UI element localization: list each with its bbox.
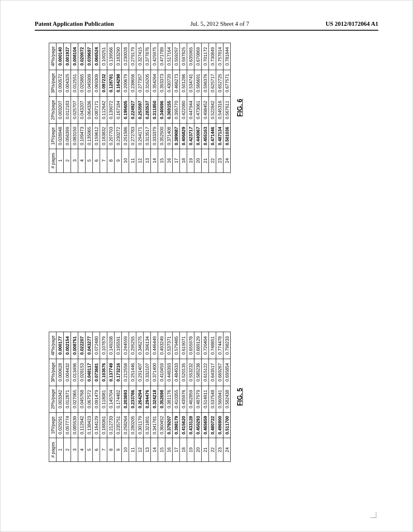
table-cell: 0.045009	[86, 70, 93, 97]
table-cell: 2	[64, 438, 71, 462]
table-row: 70.1883610.1180810.1036760.107879	[100, 332, 107, 462]
table-cell: 3	[71, 149, 78, 172]
table-cell: 0.043207	[78, 97, 86, 124]
table-cell: 0.393373	[158, 70, 165, 97]
table-cell: 0.064336	[86, 97, 93, 124]
table-cell: 0.748851	[209, 332, 216, 359]
table-cell: 14	[151, 149, 158, 172]
table-cell: 0.655978	[187, 332, 194, 359]
table-cell: 0.164129	[93, 413, 100, 438]
table-row: 220.4714460.5228420.6257170.730849	[209, 43, 216, 173]
table-cell: 0.757814	[216, 43, 223, 70]
table-row: 10.0292910.0033420.0006280.000177	[56, 332, 64, 462]
table-cell: 0.003342	[56, 386, 64, 413]
table-cell: 0.537371	[165, 332, 173, 359]
table-cell: 0.520135	[180, 359, 187, 386]
table-cell: 0.455163	[202, 123, 209, 149]
table-cell: 0.149208	[107, 332, 115, 359]
table-cell: 0.004432	[64, 359, 71, 386]
table-cell: 0.118081	[100, 386, 107, 413]
table-cell: 0.615122	[202, 359, 209, 386]
table-cell: 0.039697	[86, 43, 93, 70]
table-cell: 0.410459	[158, 359, 165, 386]
table-cell: 0.043277	[86, 332, 93, 359]
table-cell: 0.091479	[93, 386, 100, 413]
table-cell: 19	[187, 438, 194, 462]
table-cell: 9	[115, 438, 122, 462]
data-table: # pages1PI/page2PIs/page3PIs/page4PIs/pa…	[49, 43, 231, 173]
table-cell: 0.244559	[122, 332, 129, 359]
table-cell: 20	[194, 149, 202, 172]
table-cell: 0.188361	[100, 413, 107, 438]
table-cell: 0.164298	[115, 70, 122, 97]
table-cell: 0.025865	[78, 70, 86, 97]
table-cell: 0.012871	[64, 386, 71, 413]
table-cell: 0.381176	[165, 386, 173, 413]
table-cell: 0.138423	[86, 413, 93, 438]
table-cell: 8	[107, 438, 115, 462]
table-cell: 22	[209, 438, 216, 462]
table-row: 20.0577740.0128710.0044320.002154	[64, 332, 71, 462]
table-cell: 0.045768	[78, 386, 86, 413]
table-cell: 0.251586	[122, 123, 129, 149]
table-cell: 0.311850	[151, 97, 158, 124]
table-cell: 5	[86, 149, 93, 172]
table-cell: 0.128781	[107, 70, 115, 97]
table-header: 4PIs/page	[49, 332, 56, 359]
table-cell: 0.264294	[136, 386, 144, 413]
table-cell: 0.566691	[194, 70, 202, 97]
table-cell: 0.109473	[78, 123, 86, 149]
table-cell: 23	[216, 149, 223, 172]
table-cell: 0.087171	[93, 97, 100, 124]
table-cell: 0.635965	[187, 43, 194, 70]
table-cell: 0.073681	[93, 359, 100, 386]
table-row: 160.3714080.3691550.4307200.517164	[165, 43, 173, 173]
table-cell: 0.643517	[209, 359, 216, 386]
table-cell: 0.522842	[209, 97, 216, 124]
table-cell: 0.057774	[64, 413, 71, 438]
table-cell: 14	[151, 438, 158, 462]
table-cell: 1	[56, 149, 64, 172]
table-cell: 0.422080	[180, 97, 187, 124]
table-cell: 0.498452	[202, 97, 209, 124]
table-cell: 0.537548	[209, 386, 216, 413]
table-cell: 9	[115, 149, 122, 172]
table-cell: 0.781844	[223, 43, 231, 70]
table-cell: 0.294171	[136, 123, 144, 149]
table-cell: 0.652725	[216, 70, 223, 97]
header-left: Patent Application Publication	[35, 21, 114, 27]
table-cell: 0.406829	[180, 123, 187, 149]
table-cell: 13	[144, 149, 151, 172]
table-cell: 11	[129, 438, 136, 462]
table-cell: 0.321801	[144, 413, 151, 438]
table-row: 140.3417810.3242180.3714000.446449	[151, 332, 158, 462]
table-cell: 0.112642	[100, 97, 107, 124]
table-cell: 0.277357	[136, 70, 144, 97]
table-cell: 0.341781	[151, 413, 158, 438]
table-row: 150.3604520.3526980.4104590.493249	[158, 332, 165, 462]
table-cell: 16	[165, 149, 173, 172]
table-row: 60.1596120.0871710.0693090.066524	[93, 43, 100, 173]
table-cell: 0.730849	[209, 43, 216, 70]
table-row: 150.3525000.3406960.3933730.471789	[158, 43, 165, 173]
table-cell: 0.332107	[144, 359, 151, 386]
table-cell: 0.203693	[122, 386, 129, 413]
table-cell: 19	[187, 149, 194, 172]
table-row: 90.2302720.1671840.1642980.183290	[115, 43, 122, 173]
table-cell: 0.145704	[107, 386, 115, 413]
table-cell: 0.511700	[223, 413, 231, 438]
figure-label: FIG. 5	[236, 388, 244, 406]
table-cell: 0.701172	[202, 43, 209, 70]
table-cell: 0.446449	[151, 332, 158, 359]
table-cell: 0.559297	[173, 43, 180, 70]
table-cell: 23	[216, 438, 223, 462]
table-row: 120.2941710.2535970.2773570.327415	[136, 43, 144, 173]
table-cell: 0.112942	[78, 413, 86, 438]
table-cell: 0.224927	[129, 97, 136, 124]
table-cell: 0.301179	[136, 413, 144, 438]
table-cell: 0.473061	[194, 97, 202, 124]
table-cell: 0.670869	[194, 43, 202, 70]
data-table: # pages1PI/page2PIs/page3PIs/page4PIs/pa…	[49, 332, 231, 462]
figure-area: # pages1PI/page2PIs/page3PIs/page4PIs/pa…	[35, 43, 378, 470]
table-cell: 0.272783	[129, 123, 136, 149]
